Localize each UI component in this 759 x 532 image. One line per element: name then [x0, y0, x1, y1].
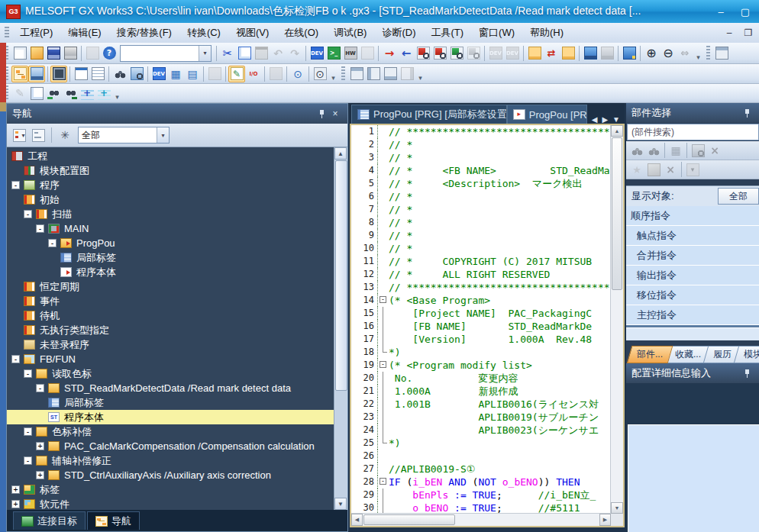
tree-item[interactable]: -色标补偿 — [7, 424, 334, 439]
editor-hscroll-thumb[interactable] — [363, 514, 455, 525]
find-button[interactable] — [111, 66, 128, 82]
edit-mode-button[interactable]: ✎ — [228, 66, 245, 82]
chevron-down-icon[interactable]: ▾ — [199, 46, 211, 61]
code-line[interactable]: 6// * — [351, 190, 611, 203]
code-line[interactable]: 19-(* <Program modify list> — [351, 359, 611, 372]
undo-button[interactable]: ↶ — [270, 45, 286, 62]
device-storage-button[interactable]: ▤ — [184, 66, 201, 82]
list-item[interactable]: 合并指令 — [626, 246, 759, 266]
menu-item-convert[interactable]: 转换(C) — [179, 24, 228, 42]
menu-item-help[interactable]: 帮助(H) — [522, 24, 571, 42]
close-icon[interactable]: × — [328, 107, 342, 121]
code-line[interactable]: 3// * — [351, 151, 611, 164]
list-item[interactable]: 主控指令 — [626, 305, 759, 325]
tree-expander-icon[interactable]: - — [24, 369, 32, 378]
find-previous-button[interactable] — [45, 85, 62, 102]
code-line[interactable]: 11// * COPYRIGHT (C) 2017 MITSUB — [351, 255, 611, 268]
list-item[interactable]: 触点指令 — [626, 226, 759, 246]
fold-marker[interactable] — [378, 501, 389, 514]
collapse-all-button[interactable] — [30, 127, 47, 143]
code-line[interactable]: 27//APLIB0019-S① — [351, 463, 611, 476]
code-line[interactable]: 25*) — [351, 437, 611, 450]
pin-icon[interactable] — [740, 366, 754, 380]
fold-marker[interactable] — [378, 424, 389, 437]
menu-item-project[interactable]: 工程(P) — [12, 24, 60, 42]
code-line[interactable]: 26 — [351, 450, 611, 463]
toolbar-overflow-button[interactable]: ▾ — [112, 85, 122, 101]
code-line[interactable]: 24 APLIB0023(シーケンサエ — [351, 424, 611, 437]
menu-item-edit[interactable]: 编辑(E) — [60, 24, 108, 42]
child-minimize-button[interactable]: – — [721, 26, 738, 40]
tree-filter-combobox[interactable]: 全部▾ — [78, 127, 170, 143]
menu-item-debug[interactable]: 调试(B) — [326, 24, 374, 42]
tree-scrollbar-thumb[interactable] — [335, 160, 347, 391]
config-detail-input-area[interactable] — [628, 424, 759, 532]
instruction-search-button[interactable] — [431, 45, 448, 62]
ink-button[interactable] — [267, 66, 284, 82]
tree-item[interactable]: +PAC_CalcMarkCompensation /Compensation … — [7, 439, 334, 453]
document-copy-button[interactable] — [28, 85, 45, 102]
tree-item[interactable]: +标签 — [7, 482, 334, 497]
code-line[interactable]: 1// ************************************… — [351, 125, 611, 138]
window-tile-vertical-button[interactable] — [365, 66, 382, 82]
code-line[interactable]: 2// * — [351, 138, 611, 151]
code-line[interactable]: 14-(* <Base Program> — [351, 294, 611, 307]
convert-button[interactable]: → — [381, 45, 398, 62]
collapse-icon[interactable]: - — [380, 478, 386, 485]
window-cascade-button[interactable] — [348, 66, 365, 82]
tree-expander-icon[interactable]: - — [24, 427, 32, 436]
verify-with-plc-button[interactable] — [359, 45, 376, 62]
fold-marker[interactable] — [378, 411, 389, 424]
tree-item[interactable]: 恒定周期 — [7, 279, 334, 294]
toolbar-overflow-button[interactable]: ▾ — [415, 66, 425, 82]
read-from-plc-button[interactable]: >_ — [325, 45, 342, 62]
tree-expander-icon[interactable]: - — [36, 224, 44, 233]
tab-parts[interactable]: 部件... — [627, 346, 673, 363]
code-line[interactable]: 9// * — [351, 229, 611, 242]
pointer-branch-button[interactable]: ⇄ — [543, 45, 560, 62]
editor-horizontal-scrollbar[interactable]: ◀ ▶ — [351, 513, 611, 526]
scroll-down-icon[interactable]: ▼ — [611, 502, 623, 514]
maximize-button[interactable]: ▢ — [735, 4, 756, 19]
code-line[interactable]: 23 APLIB0019(サブルーチン — [351, 411, 611, 424]
fold-marker[interactable] — [378, 385, 389, 398]
find-next-button[interactable] — [62, 85, 79, 102]
collapse-icon[interactable]: - — [380, 296, 386, 303]
code-line[interactable]: 21 1.000A 新規作成 — [351, 385, 611, 398]
tree-item[interactable]: 待机 — [7, 308, 334, 323]
insert-row-button[interactable]: + — [79, 85, 95, 102]
code-line[interactable]: 20 No. 変更内容 — [351, 372, 611, 385]
list-item[interactable]: 移位指令 — [626, 285, 759, 305]
tree-item[interactable]: -MAIN — [7, 221, 334, 236]
comment-edit-button[interactable]: ✎ — [11, 85, 28, 102]
tree-item[interactable]: -辅轴补偿修正 — [7, 453, 334, 468]
code-line[interactable]: 22 1.001B APLIB0016(ライセンス対 — [351, 398, 611, 411]
code-line[interactable]: 13// ***********************************… — [351, 281, 611, 294]
code-line[interactable]: 29 bEnPls := TRUE; //i_bEN立_ — [351, 488, 611, 501]
code-line[interactable]: 15 [Project NAME] PAC_PackagingC — [351, 307, 611, 320]
display-target-button[interactable]: 全部 — [718, 188, 759, 205]
tab-connection-destination[interactable]: 连接目标 — [13, 511, 86, 530]
tree-item[interactable]: 模块配置图 — [7, 163, 334, 178]
parts-list-view-button[interactable]: ▦ — [667, 142, 684, 159]
tree-item[interactable]: -读取色标 — [7, 366, 334, 381]
stamp-button[interactable] — [206, 66, 223, 82]
chevron-down-icon[interactable]: ▾ — [157, 127, 169, 143]
device-zoom-button[interactable]: ⊙ — [312, 66, 328, 82]
statement-button[interactable] — [526, 45, 543, 62]
menu-item-window[interactable]: 窗口(W) — [471, 24, 522, 42]
fold-marker[interactable] — [378, 398, 389, 411]
scroll-down-icon[interactable]: ▼ — [334, 498, 347, 510]
fold-marker[interactable] — [378, 333, 389, 346]
fold-marker[interactable] — [378, 320, 389, 333]
tab-progpou-program-body[interactable]: ▸ProgPou [PR( — [507, 105, 587, 124]
child-restore-button[interactable]: ❐ — [740, 26, 757, 40]
device-comment-button[interactable]: DEV — [150, 66, 167, 82]
monitor-write-button[interactable] — [621, 45, 638, 62]
rebuild-all-button[interactable]: ← — [398, 45, 415, 62]
scroll-left-icon[interactable]: ◀ — [351, 514, 363, 526]
pin-icon[interactable] — [740, 106, 754, 120]
code-line[interactable]: 4// * <FB NAME> STD_ReadMa — [351, 164, 611, 177]
scroll-up-icon[interactable]: ▲ — [334, 147, 347, 160]
parts-filter-button[interactable] — [690, 142, 706, 159]
